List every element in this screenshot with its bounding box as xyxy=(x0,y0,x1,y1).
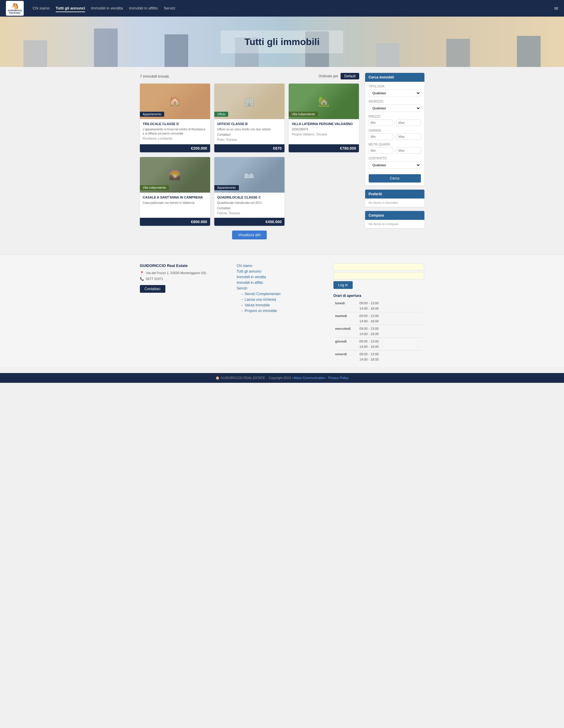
garage-label: GARAGE xyxy=(369,129,421,132)
property-card-5[interactable]: 🏘 Appartamento QUADRILOCALE CLASSE C Qua… xyxy=(214,157,285,226)
nav-servizi[interactable]: Servizi xyxy=(164,5,175,12)
hours-row-martedi-2: 14:00 - 18:00 xyxy=(334,319,424,324)
mq-group: METRI QUADRI - xyxy=(369,143,421,154)
hours-row-mercoledi-2: 14:00 - 18:00 xyxy=(334,332,424,336)
footer-links-col: Chi siamo Tutti gli annunci Immobili in … xyxy=(237,263,327,362)
compara-title: Compara xyxy=(365,211,424,220)
results-count: 7 immobili trovati. xyxy=(140,74,170,79)
footer-link-affitto[interactable]: Immobili in affitto xyxy=(237,280,327,285)
card-location-1: Rovelasca, Lombardia xyxy=(143,137,207,140)
hours-time-lunedi-1: 09:00 - 13:00 xyxy=(358,301,424,305)
footer-link-chi-siamo[interactable]: Chi siamo xyxy=(237,263,327,268)
login-button[interactable]: Log in xyxy=(333,281,353,289)
footer-link-valuta[interactable]: → Valuta Immobile xyxy=(240,303,327,307)
tipologia-select[interactable]: Qualsiasi xyxy=(369,89,421,97)
hours-time-giovedi-1: 09:00 - 13:00 xyxy=(358,339,424,344)
card-desc-4: Casa padronale con terreni in Valdorcia xyxy=(143,201,207,205)
hours-row-venerdi: venerdì 09:00 - 13:00 xyxy=(334,352,424,356)
footer-phone-text: 0577 31971 xyxy=(146,277,163,281)
login-username-input[interactable] xyxy=(333,263,424,271)
footer-copyright: Copyright 2019 • xyxy=(269,376,293,380)
hours-day-empty-5 xyxy=(334,357,358,362)
card-body-1: TRILOCALE CLASSE D L'appartamento si tro… xyxy=(140,119,210,144)
logo[interactable]: 🐴 GUIDORICCIOReal Estate xyxy=(6,1,24,16)
property-card-1[interactable]: 🏠 Appartamento TRILOCALE CLASSE D L'appa… xyxy=(140,84,210,152)
footer-link-servizi[interactable]: Servizi xyxy=(237,286,327,290)
prezzo-row: - xyxy=(369,119,421,126)
search-section: Cerca immobili TIPOLOGIA Qualsiasi INDIR… xyxy=(365,73,424,185)
footer-login: Log in xyxy=(333,263,424,289)
property-card-3[interactable]: 🏡 Villa indipendente VILLA LATERINA PERG… xyxy=(289,84,359,152)
indirizzo-select[interactable]: Qualsiasi xyxy=(369,104,421,112)
cerca-button[interactable]: Cerca xyxy=(369,174,421,183)
card-body-4: CASALE A SANT'ANNA IN CAMPRENA Casa padr… xyxy=(140,193,210,218)
footer-link-vendita[interactable]: Immobili in vendita xyxy=(237,275,327,279)
card-image-2: 🏢 Ufficio xyxy=(214,84,285,119)
tipologia-label: TIPOLOGIA xyxy=(369,85,421,88)
card-price-4: €800.000 xyxy=(140,218,210,226)
footer-house-icon: 🏠 xyxy=(215,376,220,380)
card-price-5: €450.000 xyxy=(214,218,285,226)
card-badge-2: Ufficio xyxy=(214,112,229,117)
prezzo-min-input[interactable] xyxy=(369,119,393,126)
indirizzo-label: INDIRIZZO xyxy=(369,100,421,103)
sort-button[interactable]: Default xyxy=(341,73,359,79)
nav-vendita[interactable]: Immobili in vendita xyxy=(91,5,123,12)
footer-hours-title: Orari di apertura xyxy=(333,294,424,298)
property-card-2[interactable]: 🏢 Ufficio UFFICIO CLASSE B Ufficio su un… xyxy=(214,84,285,152)
property-card-4[interactable]: 🌄 Villa indipendente CASALE A SANT'ANNA … xyxy=(140,157,210,226)
sort-label: Ordinato per xyxy=(319,74,338,78)
hours-time-venerdi-1: 09:00 - 13:00 xyxy=(358,352,424,356)
footer-privacy-link[interactable]: Privacy Policy xyxy=(328,376,348,380)
login-password-input[interactable] xyxy=(333,272,424,279)
garage-group: GARAGE - xyxy=(369,129,421,140)
page-title: Tutti gli immobili xyxy=(245,36,320,47)
garage-max-input[interactable] xyxy=(396,133,421,140)
load-more-button[interactable]: Visualizza altri xyxy=(232,231,266,239)
garage-min-input[interactable] xyxy=(369,133,393,140)
hours-day-empty-3 xyxy=(334,332,358,336)
hours-time-lunedi-2: 14:00 - 18:00 xyxy=(358,306,424,311)
footer-link-servizi-comp[interactable]: → Servizi Complementari xyxy=(240,292,327,296)
footer-link-proponi[interactable]: → Proponi un immobile xyxy=(240,308,327,313)
footer-brand: GUIDORICCIO REAL ESTATE xyxy=(221,376,265,380)
card-title-3: VILLA LATERINA PERGINE VALDARNO xyxy=(292,122,356,126)
footer-link-annunci[interactable]: Tutti gli annunci xyxy=(237,269,327,273)
search-form: TIPOLOGIA Qualsiasi INDIRIZZO Qualsiasi … xyxy=(365,82,424,185)
footer: GUIDORICCIO Real Estate 📍 Via del Pozzo … xyxy=(0,254,564,367)
mq-min-input[interactable] xyxy=(369,147,393,154)
card-title-2: UFFICIO CLASSE B xyxy=(217,122,282,126)
hours-day-lunedi: lunedì xyxy=(334,301,358,305)
hours-day-empty-1 xyxy=(334,306,358,311)
footer-inner: GUIDORICCIO Real Estate 📍 Via del Pozzo … xyxy=(137,263,427,362)
email-icon[interactable]: ✉ xyxy=(554,6,558,11)
card-body-5: QUADRILOCALE CLASSE C Quadrilocale ristr… xyxy=(214,193,285,218)
hours-row-giovedi-2: 14:00 - 18:00 xyxy=(334,344,424,349)
contratto-select[interactable]: Qualsiasi xyxy=(369,161,421,169)
footer-credit-link[interactable]: Mayo Communication xyxy=(294,376,325,380)
prezzo-label: PREZZO xyxy=(369,115,421,118)
footer-link-richiesta[interactable]: → Lascia una richiesta xyxy=(240,297,327,302)
hours-row-mercoledi: mercoledì 09:00 - 13:00 xyxy=(334,326,424,331)
card-title-1: TRILOCALE CLASSE D xyxy=(143,122,207,126)
card-phone-3: 3334236474 xyxy=(292,127,356,132)
nav-tutti-annunci[interactable]: Tutti gli annunci xyxy=(56,5,85,12)
mq-label: METRI QUADRI xyxy=(369,143,421,146)
property-grid-bottom: 🌄 Villa indipendente CASALE A SANT'ANNA … xyxy=(140,157,359,226)
footer-contact-button[interactable]: Contattaci xyxy=(140,285,165,293)
nav-chi-siamo[interactable]: Chi siamo xyxy=(33,5,50,12)
search-section-title: Cerca immobili xyxy=(365,73,424,82)
card-desc-5: Quadrilocale ristrutturato nel 2011 xyxy=(217,201,282,205)
nav-affitto[interactable]: Immobili in affitto xyxy=(129,5,158,12)
card-price-2: €670 xyxy=(214,144,285,152)
hours-time-martedi-1: 09:00 - 13:00 xyxy=(358,313,424,318)
prezzo-group: PREZZO - xyxy=(369,115,421,126)
card-badge-4: Villa indipendente xyxy=(140,185,169,190)
hours-day-mercoledi: mercoledì xyxy=(334,326,358,331)
footer-company-name: GUIDORICCIO Real Estate xyxy=(140,263,231,268)
mq-max-input[interactable] xyxy=(396,147,421,154)
prezzo-max-input[interactable] xyxy=(396,119,421,126)
card-image-5: 🏘 Appartamento xyxy=(214,157,285,193)
hours-day-venerdi: venerdì xyxy=(334,352,358,356)
compara-section: Compara No items to compare xyxy=(365,211,424,228)
